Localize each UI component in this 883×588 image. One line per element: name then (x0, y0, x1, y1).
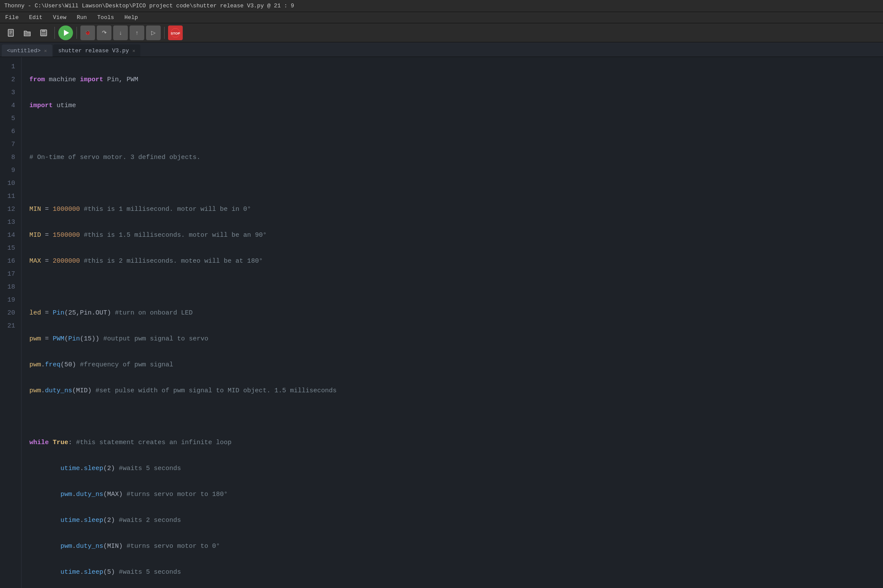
svg-text:STOP: STOP (171, 32, 180, 35)
titlebar: Thonny - C:\Users\Will Lawson\Desktop\PI… (0, 0, 883, 12)
svg-rect-5 (42, 30, 45, 32)
new-button[interactable] (3, 25, 18, 40)
step-over-button[interactable]: ↷ (97, 25, 111, 40)
step-into-button[interactable]: ↓ (113, 25, 128, 40)
menu-view[interactable]: View (51, 13, 68, 22)
menubar: File Edit View Run Tools Help (0, 12, 883, 23)
step-out-button[interactable]: ↑ (130, 25, 144, 40)
line-numbers: 1 2 3 4 5 6 7 8 9 10 11 12 13 14 15 16 1… (0, 57, 22, 588)
open-button[interactable] (20, 25, 35, 40)
tab-shutter-release[interactable]: shutter release V3.py ✕ (53, 44, 140, 57)
tab-shutter-release-close[interactable]: ✕ (132, 48, 135, 54)
stop-button[interactable]: STOP (168, 25, 183, 40)
resume-button[interactable]: ▷ (146, 25, 161, 40)
svg-rect-6 (41, 33, 46, 35)
toolbar: 🐞 ↷ ↓ ↑ ▷ STOP (0, 23, 883, 42)
svg-rect-0 (8, 29, 13, 36)
toolbar-separator-3 (164, 27, 165, 39)
menu-tools[interactable]: Tools (95, 13, 116, 22)
tab-untitled-close[interactable]: ✕ (44, 48, 47, 54)
tab-untitled[interactable]: <untitled> ✕ (2, 44, 52, 57)
menu-edit[interactable]: Edit (27, 13, 44, 22)
debug-button[interactable]: 🐞 (80, 25, 95, 40)
code-editor[interactable]: 1 2 3 4 5 6 7 8 9 10 11 12 13 14 15 16 1… (0, 57, 883, 588)
menu-file[interactable]: File (3, 13, 20, 22)
toolbar-separator-2 (76, 27, 77, 39)
run-button[interactable] (58, 25, 73, 40)
menu-run[interactable]: Run (75, 13, 89, 22)
code-content[interactable]: from machine import Pin, PWM import utim… (22, 57, 883, 588)
toolbar-separator-1 (54, 27, 55, 39)
tab-shutter-release-label: shutter release V3.py (58, 48, 129, 54)
tabs-bar: <untitled> ✕ shutter release V3.py ✕ (0, 42, 883, 57)
tab-untitled-label: <untitled> (7, 48, 41, 54)
save-button[interactable] (36, 25, 51, 40)
menu-help[interactable]: Help (123, 13, 140, 22)
title-text: Thonny - C:\Users\Will Lawson\Desktop\PI… (4, 3, 294, 9)
